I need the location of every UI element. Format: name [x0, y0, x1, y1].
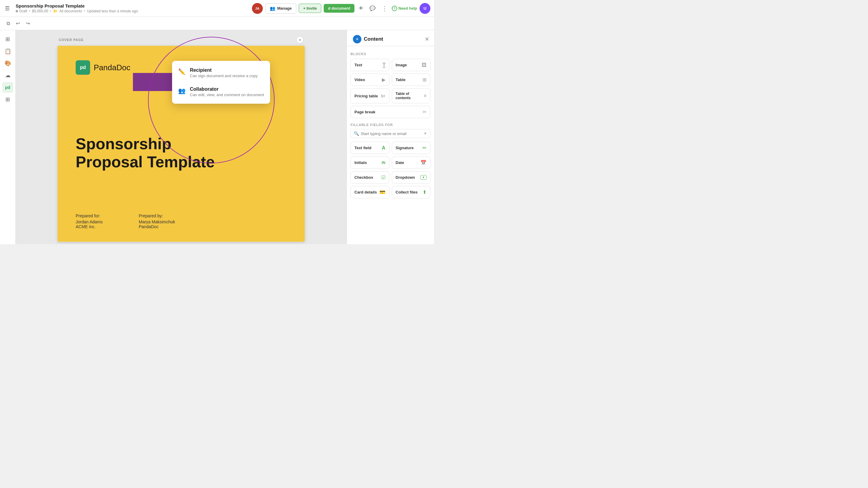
- field-collect-files[interactable]: Collect files ⬆: [392, 186, 431, 199]
- table-block-icon: ⊞: [423, 77, 427, 83]
- image-block-icon: 🖼: [422, 62, 427, 68]
- help-label[interactable]: ? Need help: [392, 6, 417, 11]
- user-avatar-ja: JA: [252, 3, 263, 14]
- brand-name: PandaDoc: [94, 63, 130, 72]
- panel-title: Content: [364, 36, 383, 42]
- block-table-of-contents[interactable]: Table of contents ≡: [392, 88, 431, 103]
- recipient-text: Recipient Can sign document and receive …: [190, 67, 258, 78]
- footer-left: Prepared for: Jordan Adams ACME inc.: [76, 213, 103, 229]
- price: $5,000.00: [32, 9, 48, 13]
- search-chevron-icon: ▼: [424, 131, 427, 135]
- field-signature[interactable]: Signature ✏: [392, 142, 431, 154]
- text-block-icon: T̲: [382, 62, 385, 68]
- manage-icon: 👥: [270, 6, 276, 11]
- draft-dot: [16, 10, 18, 12]
- pricing-table-icon: $≡: [381, 94, 385, 98]
- left-sidebar: ⊞ 📋 🎨 ☁ pd ⊞: [0, 30, 16, 244]
- field-text[interactable]: Text field A: [350, 142, 390, 154]
- title-section: Sponsorship Proposal Template Draft • $5…: [16, 3, 250, 13]
- signature-icon: ✏: [423, 145, 427, 151]
- main-layout: ⊞ 📋 🎨 ☁ pd ⊞ COVER PAGE + ✏️: [0, 30, 434, 244]
- block-text[interactable]: Text T̲: [350, 59, 390, 71]
- date-icon: 📅: [421, 160, 427, 165]
- collect-files-icon: ⬆: [423, 189, 427, 195]
- field-initials[interactable]: Initials IN: [350, 156, 390, 169]
- canvas-area: COVER PAGE + ✏️ Recipient Can sign docum…: [16, 30, 347, 244]
- folder-label: All documents: [59, 9, 82, 13]
- field-date[interactable]: Date 📅: [392, 156, 431, 169]
- block-video[interactable]: Video ▶: [350, 73, 390, 86]
- initials-icon: IN: [382, 161, 385, 165]
- blocks-grid: Text T̲ Image 🖼 Video ▶ Table ⊞: [350, 59, 430, 118]
- footer-right: Prepared by: Marya Maksimchuk PandaDoc: [139, 213, 176, 229]
- manage-button[interactable]: 👥 Manage: [265, 3, 296, 13]
- collaborator-option[interactable]: 👥 Collaborator Can edit, view, and comme…: [172, 82, 270, 101]
- fillable-fields-label: FILLABLE FIELDS FOR: [350, 123, 430, 127]
- dropdown-popup: ✏️ Recipient Can sign document and recei…: [172, 61, 270, 104]
- block-table[interactable]: Table ⊞: [392, 73, 431, 86]
- topbar-actions: JA 👥 Manage + Invite d document 👁 💬 ⋮ ? …: [252, 3, 430, 14]
- search-icon: 🔍: [354, 131, 359, 136]
- user-profile-avatar[interactable]: U: [420, 3, 430, 14]
- topbar: ☰ Sponsorship Proposal Template Draft • …: [0, 0, 434, 17]
- page-label: COVER PAGE: [59, 38, 84, 41]
- updated-label: Updated less than a minute ago: [87, 9, 138, 13]
- right-panel: + Content ✕ BLOCKS Text T̲ Image 🖼: [347, 30, 434, 244]
- folder-icon: 📁: [53, 9, 58, 13]
- more-button[interactable]: ⋮: [380, 3, 390, 14]
- field-card-details[interactable]: Card details 💳: [350, 186, 390, 199]
- copy-icon[interactable]: ⧉: [5, 20, 12, 27]
- add-content-button[interactable]: +: [353, 35, 361, 43]
- chat-button[interactable]: 💬: [368, 4, 377, 13]
- collaborator-text: Collaborator Can edit, view, and comment…: [190, 87, 264, 97]
- recipient-search-input[interactable]: [361, 131, 422, 136]
- redo-icon[interactable]: ↪: [24, 19, 32, 27]
- block-image[interactable]: Image 🖼: [392, 59, 431, 71]
- sidebar-icon-apps[interactable]: ⊞: [2, 94, 13, 105]
- close-panel-button[interactable]: ✕: [425, 36, 429, 42]
- sidebar-icon-pages[interactable]: 📋: [2, 46, 13, 57]
- help-icon: ?: [392, 6, 397, 11]
- recipient-icon: ✏️: [178, 68, 186, 75]
- page-label-row: COVER PAGE +: [58, 36, 305, 43]
- draft-badge: Draft: [16, 9, 27, 13]
- block-pricing-table[interactable]: Pricing table $≡: [350, 88, 390, 103]
- right-panel-body: BLOCKS Text T̲ Image 🖼 Video ▶: [347, 46, 434, 244]
- menu-icon[interactable]: ☰: [4, 4, 11, 13]
- toc-icon: ≡: [424, 93, 427, 98]
- sidebar-icon-cloud[interactable]: ☁: [2, 70, 13, 81]
- blocks-label: BLOCKS: [350, 52, 430, 56]
- field-dropdown[interactable]: Dropdown ▼: [392, 171, 431, 184]
- send-button[interactable]: d document: [324, 4, 354, 13]
- doc-logo: pd: [76, 60, 90, 75]
- sidebar-icon-grid[interactable]: ⊞: [2, 34, 13, 44]
- document-meta: Draft • $5,000.00 • 📁 All documents • Up…: [16, 9, 250, 13]
- toolbar: ⧉ ↩ ↪: [0, 17, 434, 30]
- document-title: Sponsorship Proposal Template: [16, 3, 250, 8]
- fields-grid: Text field A Signature ✏ Initials IN Dat…: [350, 142, 430, 199]
- text-field-icon: A: [382, 145, 385, 151]
- block-page-break[interactable]: Page break ✂: [350, 106, 430, 118]
- sidebar-icon-theme[interactable]: 🎨: [2, 58, 13, 69]
- preview-button[interactable]: 👁: [357, 4, 365, 13]
- document-page: ✏️ Recipient Can sign document and recei…: [58, 46, 305, 242]
- add-section-button[interactable]: +: [296, 36, 304, 43]
- invite-button[interactable]: + Invite: [299, 4, 321, 13]
- doc-title: Sponsorship Proposal Template: [76, 135, 287, 171]
- right-panel-header: + Content ✕: [347, 30, 434, 46]
- collaborator-icon: 👥: [178, 87, 186, 94]
- page-break-icon: ✂: [423, 109, 427, 115]
- field-checkbox[interactable]: Checkbox ☑: [350, 171, 390, 184]
- recipient-option[interactable]: ✏️ Recipient Can sign document and recei…: [172, 63, 270, 82]
- dropdown-icon: ▼: [421, 175, 427, 180]
- doc-footer: Prepared for: Jordan Adams ACME inc. Pre…: [76, 213, 287, 229]
- undo-icon[interactable]: ↩: [14, 19, 22, 27]
- checkbox-icon: ☑: [381, 175, 385, 180]
- sidebar-icon-pandadoc[interactable]: pd: [2, 82, 13, 93]
- video-block-icon: ▶: [382, 77, 385, 83]
- card-details-icon: 💳: [379, 189, 385, 195]
- search-row: 🔍 ▼: [350, 129, 430, 138]
